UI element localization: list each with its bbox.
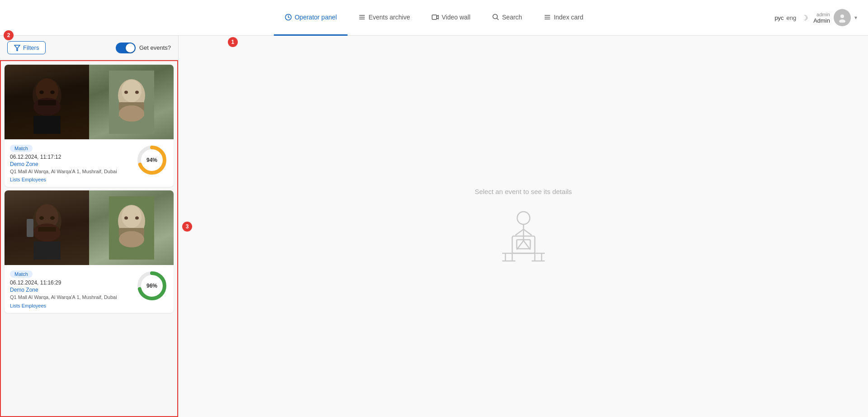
user-name: Admin	[813, 17, 830, 24]
nav-events-archive[interactable]: Events archive	[348, 0, 421, 36]
toolbar: 2 Filters 1 Get events?	[0, 36, 178, 60]
header-right: рус eng ☽ admin Admin ▾	[774, 9, 857, 26]
menu-icon-archive	[359, 14, 366, 21]
event-card[interactable]: Match 06.12.2024, 11:16:29 Demo Zone Q1 …	[5, 190, 174, 313]
event-info-2: Match 06.12.2024, 11:16:29 Demo Zone Q1 …	[5, 265, 174, 313]
svg-rect-37	[27, 219, 33, 237]
nav-index-card[interactable]: Index card	[533, 0, 594, 36]
nav-operator-panel[interactable]: Operator panel	[274, 0, 348, 36]
svg-point-35	[50, 216, 55, 220]
event-info: Match 06.12.2024, 11:17:12 Demo Zone Q1 …	[5, 139, 174, 187]
svg-rect-19	[38, 100, 56, 105]
event-location-2[interactable]: Demo Zone	[10, 287, 132, 293]
svg-point-18	[50, 90, 55, 94]
badge-3: 3	[182, 222, 192, 232]
svg-point-44	[119, 231, 144, 247]
svg-point-42	[124, 216, 128, 219]
event-images	[5, 65, 174, 139]
main-content: 2 Filters 1 Get events?	[0, 36, 868, 417]
user-avatar	[834, 9, 851, 26]
menu-icon-index	[544, 14, 551, 21]
events-list: Match 06.12.2024, 11:17:12 Demo Zone Q1 …	[0, 60, 178, 417]
left-panel-wrapper: 2 Filters 1 Get events?	[0, 36, 179, 417]
svg-line-49	[515, 229, 524, 235]
event-images	[5, 190, 174, 265]
nav-video-wall[interactable]: Video wall	[421, 0, 481, 36]
badge-2: 2	[4, 30, 14, 40]
event-time: 06.12.2024, 11:17:12	[10, 154, 132, 160]
lang-en[interactable]: eng	[786, 14, 796, 21]
user-role: admin	[816, 12, 830, 17]
badge-1: 1	[228, 37, 238, 47]
language-selector[interactable]: рус eng	[774, 14, 796, 21]
event-details: Match 06.12.2024, 11:17:12 Demo Zone Q1 …	[10, 144, 132, 182]
empty-state-icon	[487, 204, 560, 265]
user-menu[interactable]: admin Admin ▾	[813, 9, 857, 26]
svg-rect-27	[119, 113, 144, 116]
svg-point-47	[517, 212, 530, 224]
svg-rect-4	[432, 15, 437, 19]
svg-point-25	[135, 90, 139, 94]
get-events-toggle-group: 1 Get events?	[116, 43, 171, 53]
face-reference-image-2	[89, 190, 174, 265]
header: Operator panel Events archive Video wall…	[0, 0, 868, 36]
event-address: Q1 Mall Al Warqa, Al Warqa'A 1, Mushraif…	[10, 168, 132, 175]
svg-line-50	[524, 229, 532, 235]
event-lists-2: Lists Employees	[10, 303, 132, 308]
event-lists: Lists Employees	[10, 177, 132, 182]
left-panel: 2 Filters 1 Get events?	[0, 36, 179, 417]
empty-state-text: Select an event to see its details	[475, 188, 572, 195]
get-events-toggle[interactable]	[116, 43, 136, 53]
main-nav: Operator panel Events archive Video wall…	[274, 0, 594, 36]
svg-point-43	[135, 216, 139, 219]
svg-rect-36	[38, 227, 56, 232]
video-icon	[432, 14, 439, 21]
svg-point-40	[122, 205, 142, 228]
svg-point-10	[840, 14, 844, 18]
match-badge-2: Match	[10, 270, 33, 278]
event-list-link-2[interactable]: Employees	[22, 303, 46, 308]
event-list-link[interactable]: Employees	[22, 177, 46, 182]
theme-toggle-icon[interactable]: ☽	[802, 14, 808, 22]
svg-marker-12	[14, 45, 20, 51]
svg-point-11	[839, 19, 845, 23]
chevron-down-icon: ▾	[854, 14, 857, 21]
search-icon	[492, 14, 500, 21]
event-location[interactable]: Demo Zone	[10, 161, 132, 167]
donut-percent-1: 94%	[146, 157, 157, 163]
event-details-2: Match 06.12.2024, 11:16:29 Demo Zone Q1 …	[10, 270, 132, 308]
filter-button[interactable]: Filters	[7, 41, 46, 54]
svg-point-22	[122, 80, 142, 102]
right-panel: Select an event to see its details	[179, 36, 868, 417]
donut-percent-2: 96%	[146, 283, 157, 289]
filter-icon	[14, 45, 20, 51]
svg-point-5	[493, 14, 497, 19]
toggle-knob	[126, 43, 135, 52]
svg-rect-16	[33, 116, 61, 134]
match-badge: Match	[10, 145, 33, 152]
svg-line-6	[497, 18, 499, 20]
nav-search[interactable]: Search	[481, 0, 533, 36]
clock-icon	[285, 14, 292, 21]
svg-rect-33	[33, 242, 61, 260]
face-detected-image-2	[5, 190, 89, 265]
toggle-label: Get events?	[139, 44, 171, 51]
event-card[interactable]: Match 06.12.2024, 11:17:12 Demo Zone Q1 …	[5, 65, 174, 187]
lang-ru[interactable]: рус	[774, 14, 783, 21]
donut-chart-1: 94%	[136, 144, 168, 176]
face-reference-image	[89, 65, 174, 139]
event-time-2: 06.12.2024, 11:16:29	[10, 280, 132, 286]
svg-point-34	[39, 216, 44, 220]
donut-chart-2: 96%	[136, 270, 168, 302]
event-address-2: Q1 Mall Al Warqa, Al Warqa'A 1, Mushraif…	[10, 294, 132, 301]
svg-point-17	[39, 90, 44, 94]
svg-point-32	[33, 223, 61, 242]
face-detected-image	[5, 65, 89, 139]
svg-point-24	[124, 90, 128, 94]
